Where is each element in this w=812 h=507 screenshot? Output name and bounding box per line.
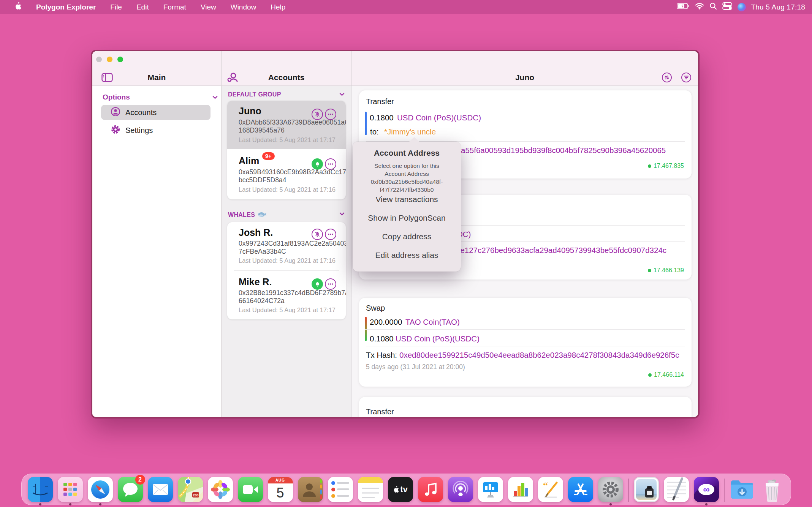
window-zoom-button[interactable]: [117, 57, 123, 62]
apple-menu[interactable]: [8, 0, 27, 14]
tx-hash-link[interactable]: 0xed80dee1599215c49d50e4eead8a8b62e023a9…: [399, 351, 679, 360]
group-whales-collapse-chevron-icon[interactable]: [339, 210, 345, 216]
control-center-icon[interactable]: [722, 2, 732, 12]
dock-reminders-icon[interactable]: [328, 477, 353, 505]
dock-photos-icon[interactable]: [208, 477, 233, 505]
detail-pane-title: Juno: [351, 73, 698, 82]
transaction-card-swap[interactable]: Swap 200.0000 TAO Coin(TAO) 0.1080 USD C…: [359, 298, 692, 387]
default-group-card: Juno 0xDAbb65f333A6739D8aee06051a67 168D…: [227, 101, 346, 199]
popover-option-show-in-polygonscan[interactable]: Show in PolygonScan: [353, 213, 461, 223]
sidebar-item-settings[interactable]: Settings: [101, 123, 211, 138]
menu-window[interactable]: Window: [225, 0, 262, 14]
dock-mail-icon[interactable]: [148, 477, 173, 505]
popover-option-copy-address[interactable]: Copy address: [353, 232, 461, 241]
sidebar-item-accounts[interactable]: Accounts: [101, 105, 211, 120]
dock-apple-tv-icon[interactable]: tv: [388, 477, 413, 505]
popover-option-edit-address-alias[interactable]: Edit address alias: [353, 251, 461, 260]
dock-numbers-icon[interactable]: [508, 477, 533, 505]
dock-pages-icon[interactable]: “: [538, 477, 563, 505]
dock-maps-icon[interactable]: 280: [178, 477, 203, 505]
account-last-updated: Last Updated: 5 Aug 2021 at 17:16: [239, 257, 336, 264]
menu-view[interactable]: View: [195, 0, 222, 14]
apple-tv-label: tv: [400, 485, 408, 494]
coin-link[interactable]: TAO Coin(TAO): [405, 317, 460, 327]
account-last-updated: Last Updated: 5 Aug 2021 at 17:16: [239, 186, 336, 193]
options-collapse-chevron-icon[interactable]: [212, 94, 218, 99]
dock-music-icon[interactable]: [418, 477, 443, 505]
running-indicator: [609, 503, 612, 505]
search-icon[interactable]: [709, 2, 717, 12]
menu-bar: Polygon Explorer File Edit Format View W…: [0, 0, 812, 14]
dock-launchpad-icon[interactable]: [58, 477, 83, 505]
notifications-on-bell-icon[interactable]: [312, 278, 323, 290]
account-more-options-ellipsis-icon[interactable]: [325, 278, 336, 290]
tx-hash-link-fragment[interactable]: 9e127c276bed9633acfa29ad4095739943be55fd…: [456, 246, 666, 255]
account-row-josh[interactable]: Josh R. 0x997243Cd31af8193AC2e2a504030 7…: [227, 222, 346, 270]
siri-icon[interactable]: [738, 3, 746, 11]
menu-help[interactable]: Help: [265, 0, 291, 14]
sidebar-item-label: Accounts: [125, 108, 157, 117]
block-number: 17.466.139: [648, 267, 684, 274]
transaction-type: Transfer: [366, 407, 394, 416]
dock-facetime-icon[interactable]: [238, 477, 263, 505]
menu-file[interactable]: File: [104, 0, 128, 14]
account-more-options-ellipsis-icon[interactable]: [325, 229, 336, 240]
account-address-line2: 7cFBeAa33b4C: [239, 248, 286, 256]
account-address-line1: 0x997243Cd31af8193AC2e2a504030: [239, 240, 346, 248]
window-minimize-button[interactable]: [107, 57, 112, 62]
accounts-pane-header: Accounts: [222, 51, 351, 86]
swap-direction-bar: [365, 317, 367, 341]
sort-transactions-icon[interactable]: [662, 73, 672, 82]
dock-podcasts-icon[interactable]: [448, 477, 473, 505]
dock-textedit-icon[interactable]: [664, 477, 689, 505]
dock-messages-icon[interactable]: 2: [118, 477, 143, 505]
detail-pane-header: Juno: [351, 51, 698, 86]
recipient-alias-link[interactable]: *Jimmy's uncle: [384, 127, 436, 136]
group-default-collapse-chevron-icon[interactable]: [339, 91, 345, 96]
dock-polygon-explorer-icon[interactable]: ∞: [694, 477, 719, 505]
dock-preview-icon[interactable]: [634, 477, 659, 505]
dock-finder-icon[interactable]: [28, 477, 53, 505]
coin-link[interactable]: USD Coin (PoS)(USDC): [396, 334, 480, 343]
dock-trash-icon[interactable]: [760, 477, 785, 505]
transaction-card-transfer-4[interactable]: Transfer: [359, 397, 692, 419]
running-indicator: [99, 503, 101, 505]
wifi-icon[interactable]: [695, 3, 704, 11]
account-row-alim[interactable]: Alim 9+ 0xa59B493160cE9b98B2Aa3dCc175a b…: [227, 149, 346, 198]
calendar-month-label: AUG: [275, 478, 285, 482]
transaction-type: Transfer: [366, 97, 394, 106]
coin-link[interactable]: USD Coin (PoS)(USDC): [397, 113, 481, 122]
dock-app-store-icon[interactable]: [568, 477, 593, 505]
menu-format[interactable]: Format: [158, 0, 192, 14]
battery-charging-icon[interactable]: [677, 3, 690, 11]
dock-notes-icon[interactable]: [358, 477, 383, 505]
transaction-type: Swap: [366, 304, 385, 313]
menu-edit[interactable]: Edit: [131, 0, 155, 14]
dock-safari-icon[interactable]: [88, 477, 113, 505]
dock-keynote-icon[interactable]: [478, 477, 503, 505]
dock-contacts-icon[interactable]: [298, 477, 323, 505]
menubar-app-name[interactable]: Polygon Explorer: [30, 3, 101, 11]
main-sidebar-title: Main: [92, 73, 221, 82]
notifications-muted-bell-icon[interactable]: [312, 229, 323, 240]
accounts-person-icon: [111, 107, 120, 118]
account-row-mike[interactable]: Mike R. 0x32B8e1991c337c4dBD6F2789b7aA 6…: [227, 270, 346, 319]
window-close-button[interactable]: [96, 57, 102, 62]
account-row-juno[interactable]: Juno 0xDAbb65f333A6739D8aee06051a67 168D…: [227, 101, 346, 149]
popover-option-view-transactions[interactable]: View transactions: [353, 195, 461, 204]
dock-separator: [628, 479, 629, 502]
to-label: to:: [370, 127, 379, 136]
menubar-clock[interactable]: Thu 5 Aug 17:18: [751, 3, 805, 11]
account-address-line1: 0x32B8e1991c337c4dBD6F2789b7aA: [239, 289, 346, 297]
dock-system-preferences-icon[interactable]: [598, 477, 623, 505]
dock-calendar-icon[interactable]: AUG 5: [268, 477, 293, 505]
tx-hash-link-fragment[interactable]: a55f6a00593d195bd939f8c004b5f7825c90b396…: [461, 146, 666, 155]
account-address-line2: bcc5DDF5D8a4: [239, 176, 286, 184]
settings-gear-icon: [111, 125, 120, 136]
accounts-pane-title: Accounts: [222, 73, 351, 82]
filter-transactions-icon[interactable]: [681, 73, 691, 82]
main-sidebar: Main Options Accounts Settings: [92, 51, 222, 417]
account-last-updated: Last Updated: 5 Aug 2021 at 17:17: [239, 136, 336, 144]
dock-downloads-folder-icon[interactable]: [730, 477, 755, 505]
options-section-label: Options: [103, 93, 130, 101]
